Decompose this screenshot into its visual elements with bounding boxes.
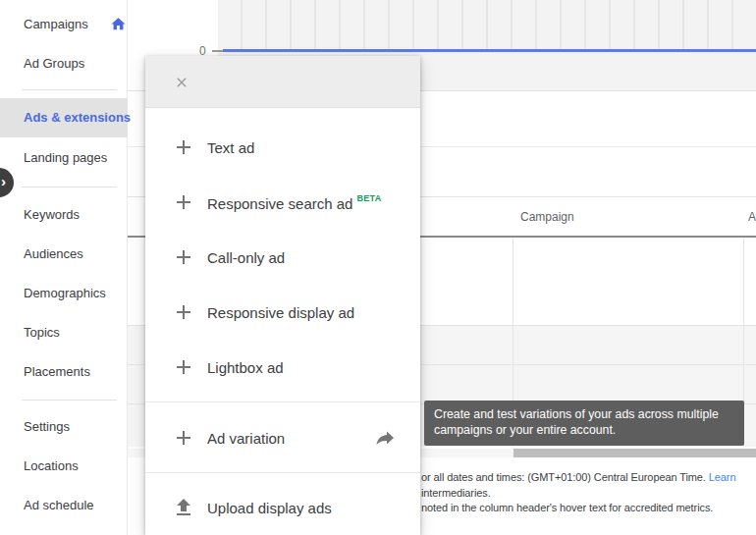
sidebar-item-topics[interactable]: Topics bbox=[0, 313, 128, 352]
menu-item-label: Text ad bbox=[207, 139, 254, 156]
upload-icon bbox=[172, 496, 195, 519]
column-header-campaign[interactable]: Campaign bbox=[520, 210, 574, 224]
menu-item-label: Responsive search adBETA bbox=[207, 193, 381, 212]
menu-item-lightbox-ad[interactable]: Lightbox ad bbox=[145, 340, 420, 395]
menu-divider bbox=[145, 472, 420, 473]
learn-more-link[interactable]: Learn bbox=[709, 471, 736, 483]
plus-icon bbox=[172, 426, 195, 450]
sidebar-item-ads-extensions[interactable]: Ads & extensions bbox=[0, 98, 128, 137]
sidebar-item-locations[interactable]: Locations bbox=[0, 447, 128, 486]
menu-item-label: Lightbox ad bbox=[207, 359, 284, 376]
timeseries-chart-plot bbox=[218, 0, 756, 51]
sidebar-item-settings[interactable]: Settings bbox=[0, 407, 128, 447]
menu-divider bbox=[145, 401, 420, 402]
new-ad-dropdown-menu: Text ad Responsive search adBETA Call-on… bbox=[145, 56, 420, 535]
chart-y-tick-mark bbox=[212, 50, 223, 52]
chart-flat-line bbox=[223, 49, 756, 52]
sidebar-item-demographics[interactable]: Demographics bbox=[0, 274, 128, 313]
footer-notes: or all dates and times: (GMT+01:00) Cent… bbox=[421, 470, 756, 516]
sidebar-item-landing-pages[interactable]: Landing pages bbox=[0, 138, 128, 178]
menu-item-label: Ad variation bbox=[207, 430, 285, 447]
sidebar-item-ad-schedule[interactable]: Ad schedule bbox=[0, 486, 128, 525]
plus-icon bbox=[172, 190, 195, 214]
sidebar-item-keywords[interactable]: Keywords bbox=[0, 195, 128, 235]
footer-line-2: intermediaries. bbox=[421, 486, 756, 502]
sidebar-item-campaigns[interactable]: Campaigns bbox=[0, 5, 128, 44]
menu-item-responsive-search-ad[interactable]: Responsive search adBETA bbox=[145, 175, 420, 230]
ad-variation-tooltip: Create and test variations of your ads a… bbox=[424, 401, 744, 446]
google-ads-app: 0 Campaign A or all dates and times: (GM… bbox=[0, 0, 756, 535]
sidebar-divider bbox=[22, 187, 117, 187]
sidebar-item-audiences[interactable]: Audiences bbox=[0, 235, 128, 274]
menu-item-ad-variation[interactable]: Ad variation bbox=[145, 410, 420, 465]
menu-item-label: Responsive display ad bbox=[207, 304, 354, 321]
chevron-right-icon: › bbox=[1, 173, 6, 189]
menu-item-call-only-ad[interactable]: Call-only ad bbox=[145, 230, 420, 285]
menu-header bbox=[145, 56, 420, 108]
menu-item-text-ad[interactable]: Text ad bbox=[145, 120, 420, 175]
footer-line-1: or all dates and times: (GMT+01:00) Cent… bbox=[421, 470, 756, 486]
forward-arrow-icon bbox=[373, 426, 397, 450]
close-icon[interactable] bbox=[174, 75, 189, 90]
sidebar-divider bbox=[22, 89, 117, 90]
sidebar-item-placements[interactable]: Placements bbox=[0, 352, 128, 392]
left-nav-sidebar: Campaigns Ad Groups Ads & extensions Lan… bbox=[0, 0, 128, 535]
sidebar-divider bbox=[22, 400, 117, 401]
menu-item-label: Call-only ad bbox=[207, 249, 285, 266]
column-header-clipped[interactable]: A bbox=[748, 210, 756, 224]
menu-item-label: Upload display ads bbox=[207, 500, 332, 516]
menu-item-responsive-display-ad[interactable]: Responsive display ad bbox=[145, 285, 420, 340]
home-icon[interactable] bbox=[110, 16, 127, 32]
menu-item-upload-display-ads[interactable]: Upload display ads bbox=[145, 480, 420, 535]
beta-badge: BETA bbox=[356, 193, 381, 203]
plus-icon bbox=[172, 245, 195, 269]
footer-line-3: noted in the column header's hover text … bbox=[421, 501, 756, 516]
plus-icon bbox=[172, 300, 195, 324]
plus-icon bbox=[172, 355, 195, 379]
horizontal-scrollbar-thumb[interactable] bbox=[513, 449, 756, 457]
plus-icon bbox=[172, 135, 195, 159]
sidebar-item-ad-groups[interactable]: Ad Groups bbox=[0, 44, 128, 83]
